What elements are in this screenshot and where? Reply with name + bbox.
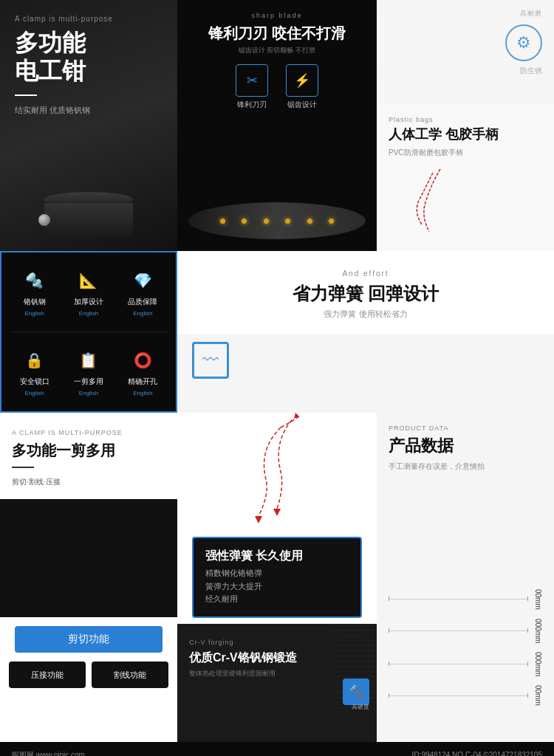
measure-value-1: 00mm xyxy=(534,589,542,610)
feature-name-2: 加厚设计 xyxy=(74,297,103,307)
multi-subtitle: A CLAMP IS MULTI-PURPOSE xyxy=(12,429,123,436)
watermark-site: 昵图网 www.nipic.com xyxy=(12,750,85,756)
arrow-decoration-area xyxy=(177,413,377,531)
sharp-label: sharp blade xyxy=(251,12,302,19)
spring-coil-icon: 〰 xyxy=(192,342,229,379)
multi-left-panel: A CLAMP IS MULTI-PURPOSE 多功能一剪多用 剪切·割线·压… xyxy=(0,413,177,742)
line-function-button[interactable]: 割线功能 xyxy=(92,662,168,688)
anti-rust-icon: ⚙ xyxy=(505,24,542,61)
spring-box-title: 强性弹簧 长久使用 xyxy=(205,549,349,564)
press-function-button[interactable]: 压接功能 xyxy=(9,662,86,688)
measure-row-1: 00mm xyxy=(389,589,542,610)
feature-name-6: 精确开孔 xyxy=(128,377,157,387)
top-center-panel: sharp blade 锋利刀刃 咬住不打滑 锯齿设计 剪切顺畅 不打滑 ✂ 锋… xyxy=(177,0,377,251)
crv-section: Cr-V forging 优质Cr-V铬钒钢锻造 整体热处理坚硬锋利坚固耐用 🔨… xyxy=(177,624,377,712)
blade-icon-box-2: ⚡ xyxy=(286,64,318,97)
quality-icon: 💎 xyxy=(129,267,156,294)
multi-center-panel: 强性弹簧 长久使用 精数钢化铬铬弹 簧弹力大大提升 经久耐用 Cr-V forg… xyxy=(177,413,377,742)
blade-icon-box-1: ✂ xyxy=(236,64,268,97)
multi-title: 多功能一剪多用 xyxy=(12,441,165,461)
watermark-id: ID:9948124 NO.C-04 ©2014721832105 xyxy=(412,751,542,756)
measure-row-4: 00mm xyxy=(389,685,542,706)
safety-lock-icon: 🔒 xyxy=(21,347,48,374)
multi-right-panel: PRODUCT DATA 产品数据 手工测量存在误差，介意慎拍 00mm 000… xyxy=(377,413,554,742)
feature-name-4: 安全锁口 xyxy=(20,377,49,387)
feature-name-5: 一剪多用 xyxy=(74,377,103,387)
product-data-sub: 手工测量存在误差，介意慎拍 xyxy=(389,461,542,472)
blade-icon-label-2: 锯齿设计 xyxy=(287,100,317,110)
measure-row-2: 000mm xyxy=(389,619,542,643)
hard-icon: 🔨 xyxy=(343,678,369,705)
arrow-svg xyxy=(177,413,377,531)
title-divider xyxy=(15,94,37,96)
measure-value-2: 000mm xyxy=(534,619,542,643)
feature-row-divider xyxy=(10,331,167,332)
top-left-panel: A clamp is multi-purpose 多功能 电工钳 结实耐用 优质… xyxy=(0,0,177,251)
measure-bar-2 xyxy=(389,630,528,631)
product-desc: 结实耐用 优质铬钒钢 xyxy=(15,105,163,116)
blade-icons-row: ✂ 锋利刀刃 ⚡ 锯齿设计 xyxy=(236,64,318,110)
feature-en-5: English xyxy=(79,390,98,396)
product-image-area xyxy=(0,499,177,617)
feature-chrome-steel: 🔩 铬钒钢 English xyxy=(10,261,58,323)
multi-desc: 剪切·割线·压接 xyxy=(12,478,61,486)
spring-feature-box: 强性弹簧 长久使用 精数钢化铬铬弹 簧弹力大大提升 经久耐用 xyxy=(192,537,362,618)
subtitle-text: A clamp is multi-purpose xyxy=(15,15,163,23)
top-section: A clamp is multi-purpose 多功能 电工钳 结实耐用 优质… xyxy=(0,0,554,251)
ergonomic-sub: PVC防滑耐磨包胶手柄 xyxy=(389,148,542,158)
feature-name-1: 铬钒钢 xyxy=(24,297,46,307)
multi-text-area: A CLAMP IS MULTI-PURPOSE 多功能一剪多用 剪切·割线·压… xyxy=(0,413,177,499)
spring-title: 省力弹簧 回弹设计 xyxy=(195,282,536,306)
high-wear-label: 高耐磨 xyxy=(520,9,542,18)
multi-divider xyxy=(12,467,34,468)
spring-box-sub: 精数钢化铬铬弹 簧弹力大大提升 经久耐用 xyxy=(205,567,349,606)
and-effort-label: And effort xyxy=(342,269,389,278)
feature-en-3: English xyxy=(133,310,152,317)
blade-title: 锋利刀刃 咬住不打滑 xyxy=(208,24,346,43)
blade-icon-serrated: ⚡ 锯齿设计 xyxy=(286,64,318,110)
measure-bar-1 xyxy=(389,599,528,599)
blade-icon-label-1: 锋利刀刃 xyxy=(237,100,267,110)
bottom-buttons-row: 压接功能 割线功能 xyxy=(0,662,177,697)
ergonomic-title: 人体工学 包胶手柄 xyxy=(389,126,542,143)
cut-function-button[interactable]: 剪切功能 xyxy=(15,626,163,653)
feature-thick-design: 📐 加厚设计 English xyxy=(64,261,112,323)
precise-hole-icon: ⭕ xyxy=(129,347,156,374)
measure-row-3: 000mm xyxy=(389,652,542,676)
top-right-panel: 高耐磨 ⚙ 防生锈 Plastic bags 人体工学 包胶手柄 PVC防滑耐磨… xyxy=(377,0,554,251)
features-grid: 🔩 铬钒钢 English 📐 加厚设计 English 💎 品质保障 Engl… xyxy=(10,261,167,402)
product-data-title: 产品数据 xyxy=(389,435,542,457)
chrome-steel-icon: 🔩 xyxy=(21,267,48,294)
feature-en-4: English xyxy=(25,390,44,396)
measure-bar-4 xyxy=(389,695,528,696)
scratch-decoration xyxy=(389,165,448,239)
thick-design-icon: 📐 xyxy=(75,267,102,294)
feature-en-6: English xyxy=(133,390,152,396)
measure-bar-3 xyxy=(389,664,528,664)
top-right-bottom: Plastic bags 人体工学 包胶手柄 PVC防滑耐磨包胶手柄 xyxy=(377,104,554,251)
measurements-area: 00mm 000mm 000mm 00mm xyxy=(377,583,554,742)
crv-label: Cr-V forging xyxy=(189,639,234,646)
svg-marker-1 xyxy=(273,509,281,516)
multi-cut-icon: 📋 xyxy=(75,347,102,374)
svg-marker-0 xyxy=(255,516,262,523)
feature-en-1: English xyxy=(25,310,44,317)
feature-en-2: English xyxy=(79,310,98,317)
multi-function-section: A CLAMP IS MULTI-PURPOSE 多功能一剪多用 剪切·割线·压… xyxy=(0,413,554,742)
spring-section-panel: And effort 省力弹簧 回弹设计 强力弹簧 使用轻松省力 〰 xyxy=(177,251,554,413)
measure-value-3: 000mm xyxy=(534,652,542,676)
main-title: 多功能 电工钳 xyxy=(15,29,163,86)
hard-label: 高硬度 xyxy=(352,703,369,711)
spring-sub: 强力弹簧 使用轻松省力 xyxy=(195,309,536,320)
center-bottom-dark xyxy=(177,712,377,742)
blade-sub: 锯齿设计 剪切顺畅 不打滑 xyxy=(239,46,315,55)
features-grid-panel: 🔩 铬钒钢 English 📐 加厚设计 English 💎 品质保障 Engl… xyxy=(0,251,177,413)
features-spring-row: 🔩 铬钒钢 English 📐 加厚设计 English 💎 品质保障 Engl… xyxy=(0,251,554,413)
spring-text-area: And effort 省力弹簧 回弹设计 强力弹簧 使用轻松省力 xyxy=(177,251,554,334)
feature-name-3: 品质保障 xyxy=(128,297,157,307)
product-data-label: PRODUCT DATA xyxy=(389,425,542,432)
spring-icon-area: 〰 xyxy=(177,334,554,386)
product-data-area: PRODUCT DATA 产品数据 手工测量存在误差，介意慎拍 xyxy=(377,413,554,583)
measure-value-4: 00mm xyxy=(534,685,542,706)
feature-multi-cut: 📋 一剪多用 English xyxy=(64,341,112,402)
